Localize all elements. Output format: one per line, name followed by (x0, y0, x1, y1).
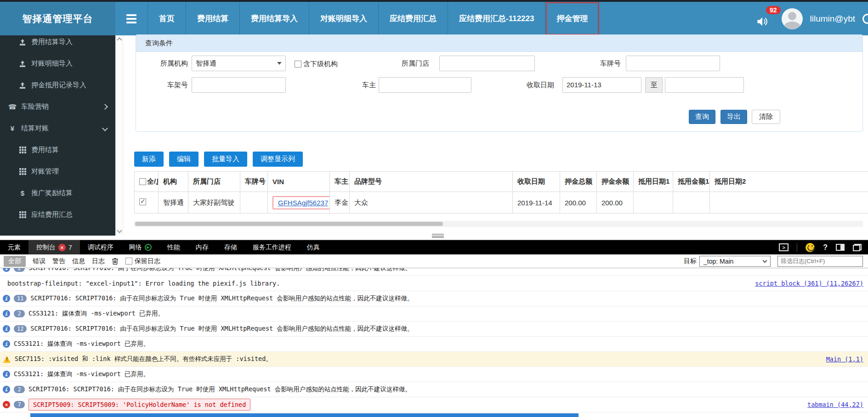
filter-all[interactable]: 全部 (4, 256, 26, 267)
sidebar-item-car-insurance-marketing[interactable]: ☎ 车险营销 (0, 96, 115, 118)
warning-icon: ! (3, 356, 11, 363)
tab-storage[interactable]: 存储 (216, 240, 245, 254)
scrollbar-thumb[interactable] (135, 222, 443, 226)
date-label: 收取日期 (517, 77, 554, 93)
adjust-columns-button[interactable]: 调整显示列 (253, 152, 303, 167)
checkbox-icon[interactable] (125, 258, 132, 265)
dock-icon[interactable] (836, 244, 845, 251)
help-icon[interactable]: ? (823, 243, 828, 252)
owner-input[interactable] (379, 77, 471, 93)
tab-emulation[interactable]: 仿真 (299, 240, 328, 254)
undock-icon[interactable] (853, 244, 862, 251)
source-link[interactable]: tabmain (44,22) (807, 401, 863, 408)
edit-button[interactable]: 编辑 (169, 152, 199, 167)
grid-icon (18, 211, 27, 218)
store-input[interactable] (439, 56, 535, 71)
clear-button[interactable]: 清除 (752, 110, 780, 124)
frame-input[interactable] (192, 77, 286, 93)
plate-input[interactable] (626, 56, 720, 71)
devtools-resize-grip[interactable] (432, 234, 444, 238)
filter-logs[interactable]: 日志 (92, 257, 105, 265)
scroll-up-icon[interactable] (117, 37, 122, 42)
vin-link[interactable]: GFHSAgjf56237 (278, 199, 328, 207)
filter-warnings[interactable]: 警告 (52, 257, 65, 265)
tab-performance[interactable]: 性能 (159, 240, 188, 254)
include-sub-org-checkbox[interactable]: 含下级机构 (295, 60, 338, 68)
table-header-row: 全/反 机构 所属门店 车牌号 VIN 车主 品牌型号 收取日期 押金总额 押金… (135, 172, 868, 192)
nav-reconcile-detail-import[interactable]: 对账明细导入 (309, 2, 379, 35)
content-vertical-scrollbar[interactable] (115, 35, 123, 235)
grid-icon (18, 147, 27, 153)
export-button[interactable]: 导出 (720, 110, 747, 124)
sidebar-item-payable-summary[interactable]: 应结费用汇总 (0, 204, 115, 225)
org-select[interactable]: 智择通 (192, 56, 286, 71)
sidebar-item-deposit-offset-import[interactable]: 押金抵用记录导入 (0, 74, 115, 96)
checkbox-icon[interactable] (295, 61, 301, 68)
date-to-separator: 至 (645, 77, 663, 93)
source-link[interactable]: Main (1,1) (826, 355, 863, 363)
row-checkbox[interactable] (139, 198, 146, 205)
filter-info[interactable]: 信息 (72, 257, 85, 265)
top-nav: 首页 费用结算 费用结算导入 对账明细导入 应结费用汇总 应结费用汇总-1122… (115, 2, 599, 35)
scroll-down-icon[interactable] (117, 228, 122, 233)
preserve-log-toggle[interactable]: 保留日志 (125, 257, 160, 265)
caret-down-icon (277, 62, 282, 65)
nav-payable-summary[interactable]: 应结费用汇总 (379, 2, 448, 35)
chevron-right-icon (102, 104, 108, 110)
tab-console[interactable]: 控制台 × 7 (28, 240, 80, 254)
tab-elements[interactable]: 元素 (0, 240, 28, 254)
table-row: 智择通 大家好副驾驶 GFHSAgjf56237 李金 大众 2019-11-1… (135, 192, 868, 214)
add-button[interactable]: 新添 (134, 152, 164, 167)
nav-payable-summary-112223[interactable]: 应结费用汇总-112223 (448, 2, 545, 35)
search-button[interactable]: 查询 (689, 110, 715, 124)
error-badge-icon: × (58, 244, 66, 251)
cell-deposit-balance: 200.00 (597, 192, 634, 214)
cell-deposit-total: 200.00 (560, 192, 597, 214)
nav-fee-settlement[interactable]: 费用结算 (186, 2, 240, 35)
logout-icon[interactable] (862, 14, 868, 24)
info-icon: i (3, 371, 10, 378)
sidebar-item-fee-settlement[interactable]: 费用结算 (0, 139, 115, 161)
col-offset-amount1: 抵用金额1 (673, 172, 710, 192)
sidebar-item-reconcile-management[interactable]: 对账管理 (0, 161, 115, 182)
console-warning-row: ! SEC7115: :visited 和 :link 样式只能在颜色上不同。有… (0, 352, 868, 367)
sidebar-item-fee-settlement-import[interactable]: 费用结算导入 (0, 35, 115, 53)
cell-offset-amount1 (673, 192, 710, 214)
target-select[interactable]: _top: Main (699, 256, 771, 267)
devtools-panel: 元素 控制台 × 7 调试程序 网络 ▶ 性能 内存 存储 服务工作进程 仿真 … (0, 240, 868, 417)
tab-service-workers[interactable]: 服务工作进程 (245, 240, 299, 254)
console-filter-input[interactable] (777, 256, 863, 267)
tab-network[interactable]: 网络 ▶ (121, 240, 159, 254)
cell-brand-model: 大众 (350, 192, 513, 214)
nav-home[interactable]: 首页 (148, 2, 186, 35)
cell-org: 智择通 (159, 192, 188, 214)
tab-memory[interactable]: 内存 (188, 240, 216, 254)
feedback-smiley-icon[interactable] (806, 243, 815, 252)
devtools-right-icons: > ? (779, 240, 868, 254)
filter-errors[interactable]: 错误 (33, 257, 45, 265)
source-link[interactable]: script block (361) (11,26267) (755, 280, 863, 287)
avatar[interactable] (782, 8, 803, 29)
col-owner: 车主 (330, 172, 350, 192)
date-to-input[interactable] (665, 77, 744, 93)
notifications-button[interactable]: 92 (756, 10, 774, 28)
cell-collect-date: 2019-11-14 (513, 192, 560, 214)
console-row: bootstrap-fileinput: "excel-input1": Err… (0, 276, 868, 291)
date-from-input[interactable]: 2019-11-13 (562, 77, 641, 93)
clear-console-icon[interactable] (112, 257, 119, 265)
menu-toggle-button[interactable] (115, 2, 148, 35)
sidebar-item-reconcile-detail-import[interactable]: 对账明细导入 (0, 53, 115, 74)
batch-import-button[interactable]: 批量导入 (204, 152, 247, 167)
console-row: i 2 SCRIPT7016: SCRIPT7016: 由于在同步标志设为 Tr… (0, 382, 868, 397)
nav-fee-settlement-import[interactable]: 费用结算导入 (240, 2, 309, 35)
select-all-checkbox[interactable] (139, 178, 146, 185)
tab-debugger[interactable]: 调试程序 (80, 240, 121, 254)
nav-deposit-management[interactable]: 押金管理 (545, 2, 599, 35)
console-prompt-icon[interactable]: > (779, 243, 789, 251)
info-icon: i (3, 325, 10, 332)
col-collect-date: 收取日期 (513, 172, 560, 192)
console-row: i CSS3121: 媒体查询 -ms-viewport 已弃用。 (0, 337, 868, 352)
sidebar-item-promo-reward-settlement[interactable]: $ 推广奖励结算 (0, 182, 115, 204)
sidebar-item-settlement-reconcile[interactable]: ¥ 结算对账 (0, 118, 115, 139)
table-horizontal-scrollbar[interactable] (134, 221, 863, 227)
